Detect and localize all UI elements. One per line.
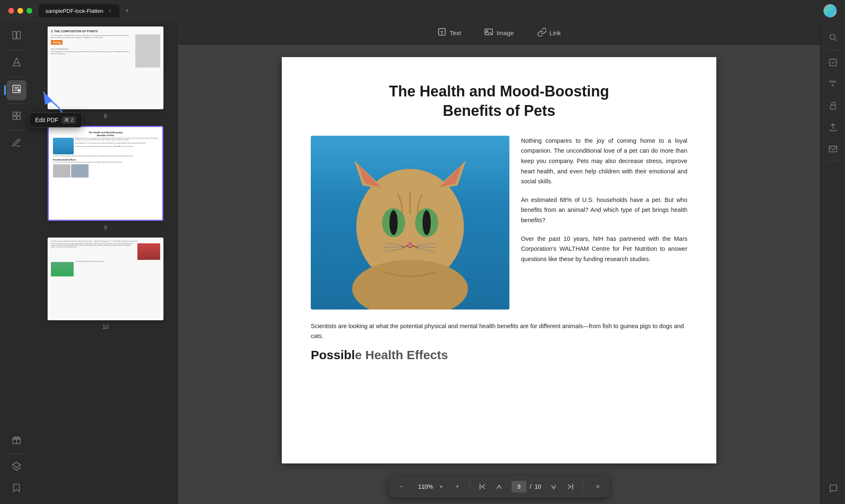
svg-rect-0 [13, 31, 16, 39]
right-chat-button[interactable] [824, 479, 842, 497]
svg-text:T: T [440, 30, 444, 35]
bottom-nav-bar: − 110% ▼ + [389, 476, 609, 497]
svg-rect-16 [485, 29, 492, 35]
right-mail-button[interactable] [824, 139, 842, 158]
sidebar-divider-5 [8, 454, 25, 454]
svg-rect-1 [17, 31, 20, 39]
zoom-display: 110% ▼ [410, 483, 448, 490]
tooltip-container: Edit PDF ⌘ 2 [29, 113, 82, 127]
page-10-label: 10 [102, 324, 109, 330]
link-label: Link [550, 29, 561, 36]
svg-rect-40 [831, 105, 835, 109]
pdf-toolbar: T Text Image [178, 22, 820, 45]
page-input[interactable] [511, 481, 526, 492]
svg-rect-9 [13, 116, 16, 120]
zoom-out-button[interactable]: − [394, 479, 408, 494]
text-tool-button[interactable]: T Text [432, 25, 466, 41]
thumbnail-item-10[interactable]: It is today's top who understand this qu… [38, 238, 173, 330]
nav-separator-2 [583, 482, 583, 492]
zoom-dropdown-icon[interactable]: ▼ [439, 485, 443, 489]
pdf-a-label: PDF/A [829, 80, 836, 88]
pdf-page: The Health and Mood-BoostingBenefits of … [282, 57, 716, 463]
last-page-button[interactable] [563, 479, 578, 494]
sidebar-divider-1 [8, 50, 25, 50]
sidebar-icon-reader[interactable] [7, 26, 26, 46]
possible-section-title: Possible Health Effects [311, 348, 687, 362]
sidebar-icon-layers[interactable] [7, 458, 26, 478]
paragraph-3: Over the past 10 years, NIH has partnere… [521, 234, 687, 264]
link-tool-button[interactable]: Link [532, 25, 566, 41]
pdf-page-title: The Health and Mood-BoostingBenefits of … [311, 82, 687, 121]
sidebar-divider-3 [8, 103, 25, 104]
sidebar-bottom [7, 431, 26, 499]
pdf-bottom-paragraph: Scientists are looking at what the poten… [311, 321, 687, 341]
image-tool-button[interactable]: Image [479, 25, 519, 41]
highlight-icon [12, 57, 22, 70]
svg-point-37 [830, 34, 835, 39]
svg-marker-19 [354, 161, 385, 190]
pdf-text-column: Nothing compares to the joy of coming ho… [521, 136, 687, 310]
right-sep-2 [826, 161, 840, 161]
annotate-icon [12, 138, 22, 150]
svg-rect-10 [17, 116, 20, 120]
tab-label: samplePDF-lock-Flatten [46, 8, 103, 14]
link-icon [537, 27, 546, 38]
svg-rect-7 [13, 112, 16, 115]
sidebar-icon-highlight[interactable] [7, 53, 26, 73]
bookmark-icon [12, 483, 22, 495]
svg-point-25 [389, 210, 398, 235]
page-8-label: 8 [104, 113, 107, 119]
prev-page-button[interactable] [492, 479, 507, 494]
zoom-in-button[interactable]: + [450, 479, 465, 494]
next-page-button[interactable] [546, 479, 561, 494]
add-tab-button[interactable]: + [121, 5, 133, 17]
sidebar-divider-2 [8, 77, 25, 77]
thumbnail-item-9[interactable]: The Health and Mood-BoostingBenefits of … [38, 126, 173, 231]
left-sidebar: Edit PDF ⌘ 2 [0, 22, 33, 504]
thumb-content-10: It is today's top who understand this qu… [48, 238, 163, 320]
sidebar-icon-bookmark[interactable] [7, 479, 26, 499]
close-nav-button[interactable]: × [591, 480, 605, 493]
sidebar-icon-edit-pdf[interactable] [7, 80, 26, 100]
svg-rect-8 [17, 112, 20, 115]
right-sep-1 [826, 50, 840, 50]
tooltip-arrow [41, 88, 66, 118]
tab-area: samplePDF-lock-Flatten × + [39, 4, 823, 17]
titlebar: samplePDF-lock-Flatten × + [0, 0, 845, 22]
paragraph-1: Nothing compares to the joy of coming ho… [521, 136, 687, 187]
right-pdfa-button[interactable]: PDF/A [824, 75, 842, 93]
page-display: / 10 [508, 481, 544, 492]
cat-image [311, 136, 509, 310]
reader-icon [12, 30, 22, 43]
sidebar-icon-gift[interactable] [7, 431, 26, 451]
bottom-bar-wrapper: − 110% ▼ + [178, 476, 820, 504]
svg-point-26 [422, 210, 431, 235]
gift-icon [12, 434, 22, 447]
right-protect-button[interactable] [824, 96, 842, 115]
maximize-button[interactable] [26, 8, 32, 14]
sidebar-icon-organize[interactable] [7, 107, 26, 127]
minimize-button[interactable] [17, 8, 23, 14]
organize-icon [12, 111, 22, 123]
svg-point-34 [352, 260, 468, 310]
thumbnail-frame-9[interactable]: The Health and Mood-BoostingBenefits of … [48, 126, 163, 221]
sidebar-icon-annotate[interactable] [7, 134, 26, 154]
thumb-content-9: The Health and Mood-BoostingBenefits of … [50, 128, 161, 219]
tab-close-button[interactable]: × [106, 7, 113, 14]
svg-rect-41 [829, 146, 837, 152]
thumbnail-frame-10[interactable]: It is today's top who understand this qu… [48, 238, 163, 320]
page-separator: / [530, 483, 531, 490]
right-search-button[interactable] [824, 28, 842, 46]
first-page-button[interactable] [475, 479, 490, 494]
active-tab[interactable]: samplePDF-lock-Flatten × [39, 4, 120, 17]
text-icon: T [437, 27, 447, 38]
svg-marker-21 [435, 161, 466, 190]
pdf-content-area: The Health and Mood-BoostingBenefits of … [178, 45, 820, 476]
svg-line-38 [835, 39, 837, 41]
right-share-button[interactable] [824, 118, 842, 136]
traffic-lights [8, 8, 32, 14]
right-properties-button[interactable] [824, 53, 842, 72]
close-button[interactable] [8, 8, 14, 14]
image-icon [484, 27, 493, 38]
nav-separator-1 [470, 482, 470, 492]
